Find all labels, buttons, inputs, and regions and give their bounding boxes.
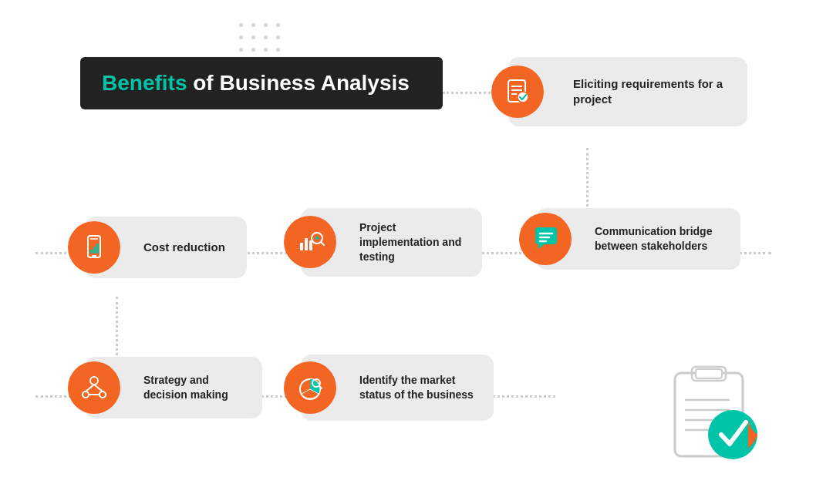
icon-eliciting [491,66,544,118]
decorative-dots [239,23,284,55]
checklist-icon [659,358,771,469]
card-market-text: Identify the market status of the busine… [359,373,481,402]
card-cost-text: Cost reduction [143,240,225,255]
icon-cost-reduction [68,221,120,274]
svg-rect-32 [696,369,722,378]
svg-rect-10 [96,244,99,254]
card-strategy: Strategy and decision making [85,357,262,418]
icon-strategy [68,361,120,414]
title-box: Benefits of Business Analysis [80,57,443,109]
card-eliciting-text: Eliciting requirements for a project [573,76,734,108]
icon-project-impl [284,216,336,268]
svg-point-22 [83,391,89,398]
svg-point-23 [99,391,106,398]
svg-rect-13 [309,240,312,250]
svg-line-15 [321,242,324,245]
icon-market-status [284,361,336,414]
card-communication: Communication bridge between stakeholder… [536,208,740,270]
card-comm-text: Communication bridge between stakeholder… [595,224,728,254]
card-cost-reduction: Cost reduction [85,217,247,278]
svg-rect-12 [305,238,308,250]
svg-point-21 [90,377,98,385]
card-eliciting: Eliciting requirements for a project [508,57,747,126]
card-project-impl: Project implementation and testing [301,208,482,277]
title-highlight: Benefits [102,71,187,95]
svg-rect-8 [90,250,93,254]
icon-communication [519,213,572,265]
page-title: Benefits of Business Analysis [102,71,410,95]
card-market-status: Identify the market status of the busine… [301,354,494,421]
page-container: Benefits of Business Analysis Elicitin [0,0,833,504]
svg-rect-11 [300,243,303,250]
svg-rect-9 [93,247,96,254]
svg-line-25 [94,385,103,391]
card-strategy-text: Strategy and decision making [143,373,250,402]
card-project-text: Project implementation and testing [359,220,470,264]
svg-line-24 [86,385,94,391]
